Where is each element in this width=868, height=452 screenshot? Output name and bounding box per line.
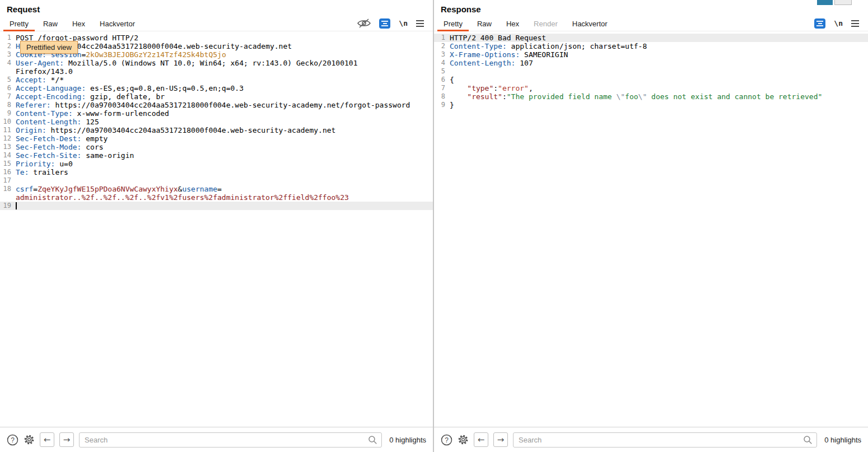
code-line: 8Referer: https://0a97003404cc204aa53172…: [0, 101, 433, 109]
tab-raw[interactable]: Raw: [470, 16, 499, 31]
help-icon[interactable]: ?: [7, 434, 18, 446]
code-line-text: X-Frame-Options: SAMEORIGIN: [450, 50, 568, 59]
code-line: 11Origin: https://0a97003404cc204aa53172…: [0, 126, 433, 134]
hide-content-eye-off-icon[interactable]: [357, 18, 371, 28]
search-prev-button[interactable]: ←: [40, 432, 54, 447]
line-number: 3: [434, 50, 445, 59]
line-number: 19: [0, 202, 11, 210]
tab-hex[interactable]: Hex: [499, 16, 526, 31]
code-line: administrator..%2f..%2f..%2f..%2fv1%2fus…: [0, 193, 433, 202]
code-line: 4Content-Length: 107: [434, 59, 868, 67]
code-line: 19: [0, 202, 433, 210]
line-number: 1: [0, 34, 11, 42]
code-line-text: "result":"The provided field name \"foo\…: [450, 92, 822, 101]
show-newlines-icon[interactable]: \n: [834, 19, 843, 27]
request-panel: Request PrettyRawHexHackvertor: [0, 0, 434, 452]
code-line-text: "type":"error",: [450, 84, 533, 92]
response-footer: ? ← → 0 high: [434, 427, 868, 452]
request-editor[interactable]: 1POST /forgot-password HTTP/22Host: 0a97…: [0, 31, 433, 427]
line-number: 11: [0, 126, 11, 134]
code-line: 2Content-Type: application/json; charset…: [434, 42, 868, 50]
response-tabbar: PrettyRawHexRenderHackvertor \n: [434, 16, 868, 31]
tab-hackvertor[interactable]: Hackvertor: [565, 16, 615, 31]
search-input[interactable]: [79, 432, 382, 448]
code-line: 6{: [434, 76, 868, 84]
code-line: 7Accept-Encoding: gzip, deflate, br: [0, 92, 433, 101]
code-line: 5Accept: */*: [0, 76, 433, 84]
code-line-text: Te: trailers: [16, 168, 68, 176]
search-input[interactable]: [513, 432, 817, 448]
show-newlines-icon[interactable]: \n: [399, 19, 408, 27]
line-number: 15: [0, 160, 11, 168]
tabbar-spacer: [142, 16, 357, 31]
code-line-text: Content-Type: x-www-form-urlencoded: [16, 109, 169, 118]
code-line: 18csrf=ZqeYKyJgfWE15pPDoa6NVwCawyxYhiyx&…: [0, 185, 433, 193]
code-line: 16Te: trailers: [0, 168, 433, 176]
search-next-button[interactable]: →: [493, 432, 508, 447]
line-number: 4: [434, 59, 445, 67]
code-line-text: Content-Length: 125: [16, 118, 99, 126]
request-toolbar: \n: [357, 16, 428, 31]
tab-hex[interactable]: Hex: [65, 16, 92, 31]
highlight-count: 0 highlights: [822, 436, 861, 444]
svg-text:?: ?: [445, 436, 449, 444]
prettified-view-tooltip: Prettified view: [20, 41, 78, 54]
request-tabbar: PrettyRawHexHackvertor: [0, 16, 433, 31]
line-number: 18: [0, 185, 11, 193]
code-line-text: [16, 202, 17, 210]
editor-menu-icon[interactable]: [416, 20, 424, 27]
response-toolbar: \n: [814, 16, 864, 31]
line-number: 12: [0, 134, 11, 143]
line-number: [0, 193, 11, 202]
tab-raw[interactable]: Raw: [36, 16, 65, 31]
response-editor[interactable]: 1HTTP/2 400 Bad Request2Content-Type: ap…: [434, 31, 868, 427]
code-line-text: Accept-Language: es-ES,es;q=0.8,en-US;q=…: [16, 84, 244, 92]
tabbar-spacer: [615, 16, 815, 31]
line-number: 8: [0, 101, 11, 109]
line-number: 10: [0, 118, 11, 126]
settings-gear-icon[interactable]: [458, 434, 469, 445]
line-number: 6: [434, 76, 445, 84]
search-prev-button[interactable]: ←: [474, 432, 488, 447]
search-next-button[interactable]: →: [59, 432, 74, 447]
tab-pretty[interactable]: Pretty: [2, 16, 36, 31]
code-line: 3X-Frame-Options: SAMEORIGIN: [434, 50, 868, 59]
line-number: 1: [434, 34, 445, 42]
code-line: 14Sec-Fetch-Site: same-origin: [0, 151, 433, 160]
code-line-text: HTTP/2 400 Bad Request: [450, 34, 546, 42]
request-footer: ? ← → 0 high: [0, 427, 433, 452]
code-line: 15Priority: u=0: [0, 160, 433, 168]
prettify-toggle-icon[interactable]: [814, 18, 825, 29]
svg-text:?: ?: [11, 436, 15, 444]
code-line-text: Sec-Fetch-Site: same-origin: [16, 151, 134, 160]
help-icon[interactable]: ?: [441, 434, 452, 446]
code-line-text: }: [450, 101, 454, 109]
code-line: 9}: [434, 101, 868, 109]
search-icon: [368, 435, 377, 447]
code-line: 1HTTP/2 400 Bad Request: [434, 34, 868, 42]
line-number: 6: [0, 84, 11, 92]
search-field: [513, 432, 817, 448]
editor-menu-icon[interactable]: [851, 20, 859, 27]
request-tabs: PrettyRawHexHackvertor: [2, 16, 142, 31]
line-number: 7: [0, 92, 11, 101]
code-line-text: Sec-Fetch-Mode: cors: [16, 143, 104, 151]
prettify-toggle-icon[interactable]: [379, 18, 390, 29]
line-number: 5: [0, 76, 11, 84]
code-line: 6Accept-Language: es-ES,es;q=0.8,en-US;q…: [0, 84, 433, 92]
tab-pretty[interactable]: Pretty: [436, 16, 470, 31]
settings-gear-icon[interactable]: [24, 434, 35, 445]
line-number: 4: [0, 59, 11, 67]
line-number: 2: [434, 42, 445, 50]
code-line: 9Content-Type: x-www-form-urlencoded: [0, 109, 433, 118]
code-line-text: administrator..%2f..%2f..%2f..%2fv1%2fus…: [16, 193, 349, 202]
line-number: 8: [434, 92, 445, 101]
line-number: 14: [0, 151, 11, 160]
window-corner-button: [834, 0, 852, 5]
code-line: 12Sec-Fetch-Dest: empty: [0, 134, 433, 143]
code-line-text: Referer: https://0a97003404cc204aa531721…: [16, 101, 410, 109]
search-icon: [803, 435, 813, 447]
code-line: Firefox/143.0: [0, 67, 433, 76]
tab-hackvertor[interactable]: Hackvertor: [92, 16, 142, 31]
code-line: 17: [0, 176, 433, 185]
